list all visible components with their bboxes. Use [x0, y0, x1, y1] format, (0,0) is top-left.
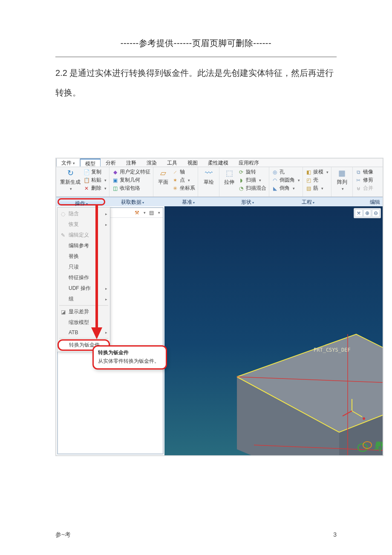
menu-group[interactable]: 组▸	[58, 294, 110, 304]
subgroup-getdata[interactable]: 获取数据▾	[107, 197, 159, 206]
zoom-fit-icon[interactable]: ⤧	[355, 209, 363, 217]
plane-button[interactable]: ▱ 平面	[156, 168, 170, 192]
tab-file[interactable]: 文件▾	[56, 159, 80, 167]
subgroup-datum[interactable]: 基准▾	[159, 197, 218, 206]
paste-button[interactable]: 📋粘贴▾	[84, 176, 107, 184]
extrude-button[interactable]: ⬚ 拉伸	[222, 168, 236, 192]
menu-atb[interactable]: ATB▸	[58, 328, 110, 337]
tab-annotate[interactable]: 注释	[121, 159, 141, 167]
shrinkwrap-button[interactable]: ◫收缩包络	[112, 185, 150, 192]
ribbon-group-hole: ◎孔 ◠倒圆角▾ ◣倒角▾	[269, 167, 303, 197]
blank-icon	[60, 264, 66, 270]
mirror-icon: ⧉	[355, 169, 361, 175]
copy-button[interactable]: 📄复制	[84, 168, 107, 176]
submenu-arrow-icon: ▸	[105, 330, 107, 335]
hole-button[interactable]: ◎孔	[272, 168, 300, 176]
menu-readonly[interactable]: 只读	[58, 262, 110, 272]
rib-button[interactable]: ▤筋▾	[306, 185, 329, 192]
zoom-in-icon[interactable]: ⊕	[363, 209, 371, 217]
zoom-out-icon[interactable]: ⊖	[372, 209, 380, 217]
csys-button[interactable]: ✳坐标系	[172, 185, 195, 192]
tab-file-label: 文件	[61, 160, 72, 166]
chamfer-button[interactable]: ◣倒角▾	[272, 185, 300, 192]
diff-icon: ◪	[60, 309, 66, 315]
swept-blend-button[interactable]: ◔扫描混合	[238, 185, 266, 192]
menu-editdef[interactable]: ✎编辑定义	[58, 230, 110, 240]
caret-down-icon: ▾	[142, 201, 144, 205]
menu-editdef-label: 编辑定义	[69, 231, 89, 239]
menu-resume[interactable]: 恢复▸	[58, 219, 110, 230]
udf-button[interactable]: ◆用户定义特征	[112, 168, 150, 176]
point-button[interactable]: ✶点▾	[172, 176, 195, 184]
subgroup-edit[interactable]: 编辑	[339, 197, 383, 206]
revolve-button[interactable]: ⟳旋转	[238, 168, 266, 176]
axis-button[interactable]: ⟋轴	[172, 168, 195, 176]
pattern-label: 阵列	[337, 179, 347, 186]
caret-down-icon: ▾	[259, 178, 261, 182]
draft-button[interactable]: ◧拔模▾	[306, 168, 329, 176]
merge-label: 合并	[363, 185, 373, 192]
tree-display-icon[interactable]: ▤	[148, 210, 154, 216]
delete-button[interactable]: ✕删除▾	[84, 185, 107, 192]
tab-apps[interactable]: 应用程序	[233, 159, 264, 167]
caret-down-icon: ▾	[326, 170, 329, 174]
caret-down-icon: ▾	[293, 186, 295, 191]
shell-button[interactable]: ◰壳	[306, 176, 329, 184]
menu-replace[interactable]: 替换	[58, 251, 110, 262]
caret-down-icon: ▾	[70, 187, 72, 191]
extrude-label: 拉伸	[224, 179, 234, 186]
shrinkwrap-icon: ◫	[112, 185, 118, 191]
menu-diff[interactable]: ◪显示差异	[58, 306, 110, 317]
tab-model[interactable]: 模型	[80, 159, 101, 167]
caret-down-icon: ▾	[342, 187, 344, 191]
sweep-label: 扫描	[246, 176, 256, 184]
pattern-button[interactable]: ▦ 阵列▾	[334, 168, 350, 191]
menu-featops-label: 特征操作	[69, 274, 89, 281]
tab-view[interactable]: 视图	[182, 159, 203, 167]
caret-down-icon: ▾	[104, 178, 107, 182]
subgroup-operations[interactable]: 操作▾	[58, 198, 105, 205]
merge-button[interactable]: ⊎合并	[355, 185, 373, 192]
menu-readonly-label: 只读	[69, 263, 79, 271]
body-paragraph: 2.2 是通过实体进行转换得到钣金件。此法是先创建实体特征，然后再进行转换。	[55, 63, 337, 102]
regenerate-button[interactable]: ↻ 重新生成▾	[59, 168, 82, 192]
watermark: 野	[357, 440, 383, 453]
mirror-button[interactable]: ⧉镜像	[355, 168, 373, 176]
copygeom-button[interactable]: ▣复制几何	[112, 176, 150, 184]
tab-tools[interactable]: 工具	[162, 159, 182, 167]
menu-udfops[interactable]: UDF 操作▸	[58, 283, 110, 294]
trim-label: 修剪	[363, 176, 373, 184]
ribbon: ↻ 重新生成▾ 📄复制 📋粘贴▾ ✕删除▾ ◆用户定义特征 ▣复制几何 ◫收缩包…	[56, 167, 383, 197]
round-button[interactable]: ◠倒圆角▾	[272, 176, 300, 184]
sweep-button[interactable]: ◗扫描▾	[238, 176, 266, 184]
trim-icon: ✂	[355, 177, 361, 183]
copygeom-icon: ▣	[112, 177, 118, 183]
menu-group-label: 组	[69, 295, 74, 303]
draft-icon: ◧	[306, 169, 311, 175]
menu-editref[interactable]: 编辑参考	[58, 240, 110, 251]
subgroup-shapes[interactable]: 形状▾	[218, 197, 277, 206]
caret-down-icon: ▾	[252, 201, 254, 205]
subgroup-engineering[interactable]: 工程▾	[277, 197, 339, 206]
revolve-icon: ⟳	[238, 169, 244, 175]
submenu-arrow-icon: ▸	[105, 286, 107, 291]
tab-render[interactable]: 渲染	[141, 159, 162, 167]
rib-icon: ▤	[306, 185, 311, 191]
menu-featops[interactable]: 特征操作	[58, 272, 110, 283]
caret-down-icon: ▾	[158, 211, 160, 215]
subgroup-operations-label: 操作	[75, 200, 85, 206]
copygeom-label: 复制几何	[120, 176, 140, 184]
3d-viewport[interactable]: ⤧ ⊕ ⊖	[164, 206, 383, 455]
tab-flex[interactable]: 柔性建模	[203, 159, 233, 167]
rib-label: 筋	[313, 185, 318, 192]
menu-scale[interactable]: 缩放模型	[58, 317, 110, 328]
tab-analysis[interactable]: 分析	[101, 159, 121, 167]
subgroup-shapes-label: 形状	[241, 199, 251, 205]
subgroup-edit-label: 编辑	[370, 199, 380, 205]
sketch-button[interactable]: 〰 草绘	[201, 168, 216, 186]
menu-hide[interactable]: ◌隐含▸	[58, 208, 110, 219]
tree-settings-icon[interactable]: ⚒	[134, 210, 140, 216]
udf-icon: ◆	[112, 169, 118, 175]
trim-button[interactable]: ✂修剪	[355, 176, 373, 184]
tooltip-convert-sheetmetal: 转换为钣金件 从实体零件转换为钣金件。	[92, 345, 167, 370]
